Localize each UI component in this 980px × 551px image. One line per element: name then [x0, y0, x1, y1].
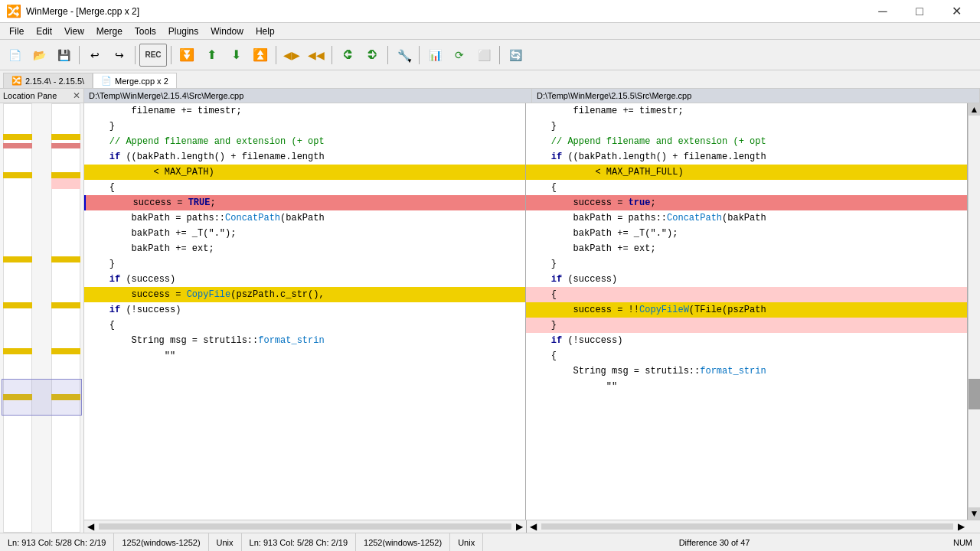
code-line: String msg = strutils::format_strin [84, 333, 525, 348]
close-button[interactable]: ✕ [939, 0, 974, 23]
loc-yellow-bar-5-left [3, 348, 32, 354]
redo-button[interactable]: ↪ [108, 44, 131, 67]
scroll-corner [968, 520, 980, 533]
left-status-encoding: 1252(windows-1252) [114, 533, 208, 551]
code-line: < MAX_PATH) [84, 165, 525, 180]
loc-yellow-bar-1-right [51, 134, 80, 140]
tab-merge-icon: 📄 [101, 76, 112, 86]
loc-yellow-bar-3-right [51, 256, 80, 262]
location-canvas [0, 103, 83, 533]
left-status-eol: Unix [209, 533, 242, 551]
tab-folder[interactable]: 🔀 2.15.4\ - 2.15.5\ [3, 73, 93, 88]
code-line: { [84, 318, 525, 333]
vertical-scrollbar[interactable]: ▲ ▼ [968, 103, 980, 520]
code-line: filename += timestr; [84, 103, 525, 119]
toolbar: 📄 📂 💾 ↩ ↪ REC ⏬ ⬆ ⬇ ⏫ ◀▶ ◀◀ ⮈ ⮊ 🔧▼ 📊 ⟳ ⬜… [0, 40, 980, 70]
code-line: success = CopyFile(pszPath.c_str(), [84, 287, 525, 302]
toolbar-sep-7 [419, 46, 420, 64]
maximize-button[interactable]: □ [902, 0, 937, 23]
menu-file[interactable]: File [3, 24, 30, 38]
left-hscroll[interactable]: ◀ ▶ [84, 520, 527, 533]
right-code-panel[interactable]: filename += timestr; } // Append filenam… [526, 103, 968, 520]
copy-right-button[interactable]: ◀◀ [305, 44, 328, 67]
first-diff-button[interactable]: ⏬ [175, 44, 198, 67]
new-button[interactable]: 📄 [3, 44, 26, 67]
code-line: // Append filename and extension (+ opt [526, 134, 967, 149]
prev-diff-button[interactable]: ⬆ [200, 44, 223, 67]
undo-button[interactable]: ↩ [83, 44, 106, 67]
code-line: bakPath += _T("."); [84, 226, 525, 241]
loc-cursor[interactable] [2, 379, 82, 416]
code-line: < MAX_PATH_FULL) [526, 165, 967, 180]
menu-merge[interactable]: Merge [90, 24, 129, 38]
tab-folder-label: 2.15.4\ - 2.15.5\ [25, 77, 84, 86]
menu-view[interactable]: View [58, 24, 90, 38]
diff-count: Difference 30 of 47 [671, 533, 758, 551]
right-position-text: Ln: 913 Col: 5/28 Ch: 2/19 [250, 538, 348, 547]
left-status-position: Ln: 913 Col: 5/28 Ch: 2/19 [0, 533, 114, 551]
code-line: } [526, 318, 967, 333]
code-line: bakPath = paths::ConcatPath(bakPath [84, 210, 525, 226]
panels-area: D:\Temp\WinMerge\2.15.4\Src\Merge.cpp D:… [84, 89, 980, 533]
minimize-button[interactable]: ─ [865, 0, 900, 23]
diff-count-text: Difference 30 of 47 [679, 538, 750, 547]
title-controls: ─ □ ✕ [865, 0, 974, 23]
last-diff-button[interactable]: ⏫ [249, 44, 272, 67]
code-line: { [84, 180, 525, 195]
location-pane-header: Location Pane ✕ [0, 89, 83, 103]
toolbar-sep-1 [79, 46, 80, 64]
diff-options-button[interactable]: 📊 [423, 44, 446, 67]
title-bar: 🔀 WinMerge - [Merge.cpp x 2] ─ □ ✕ [0, 0, 980, 23]
horizontal-scrollbars: ◀ ▶ ◀ ▶ [84, 520, 980, 533]
left-code-panel[interactable]: filename += timestr; } // Append filenam… [84, 103, 526, 520]
loc-pink-bar-right [51, 178, 80, 189]
fullscreen-button[interactable]: ⬜ [472, 44, 495, 67]
toolbar-sep-2 [135, 46, 136, 64]
next-diff-button[interactable]: ⬇ [224, 44, 247, 67]
menu-tools[interactable]: Tools [129, 24, 162, 38]
code-line: if ((bakPath.length() + filename.length [526, 149, 967, 165]
code-line: "" [84, 348, 525, 364]
menu-help[interactable]: Help [250, 24, 281, 38]
loc-yellow-bar-4-left [3, 302, 32, 308]
toolbar-sep-8 [499, 46, 500, 64]
save-button[interactable]: 💾 [52, 44, 75, 67]
right-status-eol: Unix [450, 533, 483, 551]
panels-content: filename += timestr; } // Append filenam… [84, 103, 980, 520]
open-button[interactable]: 📂 [28, 44, 51, 67]
left-panel-path: D:\Temp\WinMerge\2.15.4\Src\Merge.cpp [84, 89, 532, 103]
location-pane-close-button[interactable]: ✕ [73, 90, 80, 101]
menu-window[interactable]: Window [204, 24, 250, 38]
menu-edit[interactable]: Edit [30, 24, 58, 38]
right-hscroll[interactable]: ◀ ▶ [527, 520, 969, 533]
merge-right-button[interactable]: ⮊ [361, 44, 384, 67]
code-line: bakPath += _T("."); [526, 226, 967, 241]
loc-yellow-bar-1-left [3, 134, 32, 140]
code-line: } [84, 119, 525, 134]
title-bar-left: 🔀 WinMerge - [Merge.cpp x 2] [6, 4, 139, 18]
loc-yellow-bar-2-left [3, 172, 32, 178]
options-button[interactable]: 🔧▼ [392, 44, 415, 67]
tab-merge[interactable]: 📄 Merge.cpp x 2 [93, 73, 177, 88]
main-area: Location Pane ✕ [0, 89, 980, 533]
loc-yellow-bar-5-right [51, 348, 80, 354]
script-button[interactable]: REC [139, 44, 167, 67]
code-line: if (success) [526, 272, 967, 287]
window-title: WinMerge - [Merge.cpp x 2] [26, 6, 139, 17]
tab-folder-icon: 🔀 [11, 76, 22, 86]
refresh-button[interactable]: ⟳ [448, 44, 471, 67]
code-line: filename += timestr; [526, 103, 967, 119]
code-line: if (!success) [526, 333, 967, 348]
code-line: bakPath = paths::ConcatPath(bakPath [526, 210, 967, 226]
copy-left-button[interactable]: ◀▶ [280, 44, 303, 67]
merge-left-button[interactable]: ⮈ [336, 44, 359, 67]
tab-merge-label: Merge.cpp x 2 [115, 77, 168, 86]
reload-button[interactable]: 🔄 [504, 44, 527, 67]
menu-plugins[interactable]: Plugins [162, 24, 204, 38]
loc-yellow-bar-3-left [3, 256, 32, 262]
status-bar: Ln: 913 Col: 5/28 Ch: 2/19 1252(windows-… [0, 533, 980, 551]
panels-headers: D:\Temp\WinMerge\2.15.4\Src\Merge.cpp D:… [84, 89, 980, 103]
code-line: } [526, 119, 967, 134]
code-line: { [526, 348, 967, 364]
code-line: // Append filename and extension (+ opt [84, 134, 525, 149]
